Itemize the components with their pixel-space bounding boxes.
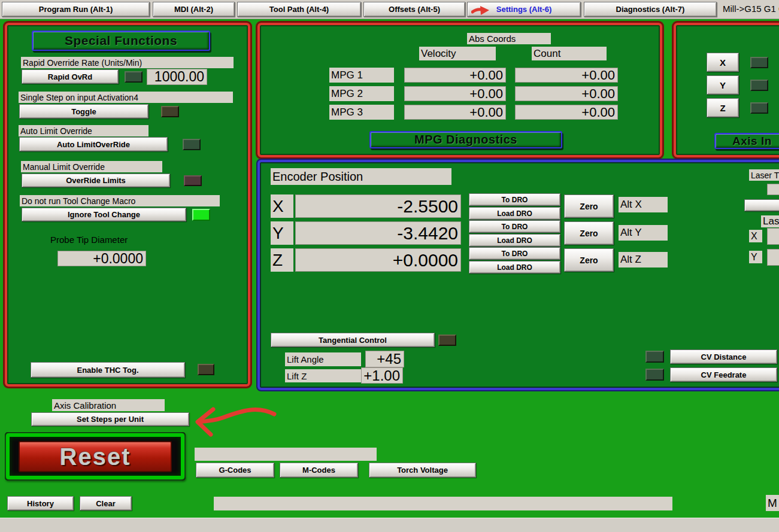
red-arrow-icon bbox=[471, 5, 490, 16]
laser-trigger-field[interactable] bbox=[767, 184, 779, 195]
probe-tip-diameter-label: Probe Tip Diameter bbox=[50, 235, 128, 245]
axis-inhibit-panel: X Y Z Axis In bbox=[674, 23, 779, 157]
auto-limit-override-button[interactable]: Auto LimitOverRide bbox=[19, 137, 168, 151]
toggle-button[interactable]: Toggle bbox=[19, 104, 148, 118]
status-message-bar bbox=[214, 497, 672, 510]
abs-coords-label: Abs Coords bbox=[467, 33, 551, 44]
z-load-dro-button[interactable]: Load DRO bbox=[469, 261, 560, 273]
cv-feedrate-button[interactable]: CV Feedrate bbox=[670, 367, 777, 382]
enable-thc-button[interactable]: Enable THC Tog. bbox=[31, 362, 185, 378]
tab-program-run[interactable]: Program Run (Alt-1) bbox=[2, 2, 150, 17]
tangential-control-led bbox=[438, 335, 456, 346]
tangential-control-button[interactable]: Tangential Control bbox=[271, 333, 435, 347]
ignore-tool-change-led bbox=[192, 209, 210, 221]
modal-state-text: Mill->G15 G1 G bbox=[723, 4, 779, 14]
bottom-chrome-strip bbox=[0, 518, 779, 532]
rapid-ovrd-led bbox=[125, 71, 143, 83]
cv-feedrate-led bbox=[645, 369, 664, 381]
tool-change-macro-label: Do not run Tool Change Macro bbox=[20, 195, 220, 206]
mpg2-velocity-dro: +0.00 bbox=[404, 86, 506, 101]
axis-inhibit-x-button[interactable]: X bbox=[707, 53, 739, 72]
rapid-rate-dro[interactable]: 1000.00 bbox=[147, 69, 207, 85]
tab-settings[interactable]: Settings (Alt-6) bbox=[467, 2, 581, 17]
tab-diagnostics[interactable]: Diagnostics (Alt-7) bbox=[584, 2, 717, 17]
reset-button[interactable]: Reset bbox=[19, 441, 172, 472]
ignore-tool-change-button[interactable]: Ignore Tool Change bbox=[22, 208, 186, 221]
lift-angle-label: Lift Angle bbox=[285, 352, 361, 366]
lift-z-label: Lift Z bbox=[285, 369, 361, 382]
override-limits-button[interactable]: OverRide Limits bbox=[22, 174, 170, 187]
axis-inhibit-y-button[interactable]: Y bbox=[707, 75, 739, 95]
x-to-dro-button[interactable]: To DRO bbox=[469, 193, 560, 206]
mpg3-count-dro: +0.00 bbox=[515, 105, 618, 120]
hand-drawn-arrow-icon bbox=[192, 401, 278, 438]
special-functions-panel: Special Functions Rapid Override Rate (U… bbox=[5, 23, 250, 387]
x-zero-button[interactable]: Zero bbox=[564, 194, 614, 218]
mpg1-velocity-dro: +0.00 bbox=[404, 68, 506, 83]
tab-tool-path[interactable]: Tool Path (Alt-4) bbox=[237, 2, 361, 17]
encoder-y-axis-label: Y bbox=[271, 221, 293, 245]
mpg1-count-dro: +0.00 bbox=[515, 68, 618, 83]
mcodes-button[interactable]: M-Codes bbox=[280, 463, 358, 478]
mpg2-label: MPG 2 bbox=[329, 86, 394, 101]
set-steps-per-unit-button[interactable]: Set Steps per Unit bbox=[31, 412, 189, 426]
tab-mdi[interactable]: MDI (Alt-2) bbox=[153, 2, 235, 17]
laser-grid-label: Las bbox=[761, 215, 779, 227]
encoder-x-axis-label: X bbox=[271, 194, 293, 218]
lift-angle-dro[interactable]: +45 bbox=[365, 351, 404, 367]
mpg1-label: MPG 1 bbox=[329, 68, 394, 83]
axis-inhibit-y-led bbox=[750, 80, 768, 91]
rapid-override-rate-label: Rapid Override Rate (Units/Min) bbox=[21, 57, 234, 68]
tab-offsets[interactable]: Offsets (Alt-5) bbox=[363, 2, 465, 17]
probe-tip-diameter-dro[interactable]: +0.0000 bbox=[57, 251, 146, 266]
laser-y-label: Y bbox=[749, 251, 762, 263]
encoder-z-dro[interactable]: +0.0000 bbox=[295, 248, 461, 272]
axis-calibration-label: Axis Calibration bbox=[52, 399, 165, 411]
cv-distance-button[interactable]: CV Distance bbox=[670, 349, 777, 364]
mpg-diagnostics-title: MPG Diagnostics bbox=[369, 131, 562, 148]
tab-label: MDI (Alt-2) bbox=[174, 5, 213, 14]
y-zero-button[interactable]: Zero bbox=[564, 221, 614, 245]
cv-distance-led bbox=[645, 351, 664, 363]
torch-voltage-button[interactable]: Torch Voltage bbox=[369, 463, 476, 478]
axis-inhibit-z-button[interactable]: Z bbox=[707, 98, 739, 117]
lift-z-dro[interactable]: +1.00 bbox=[361, 367, 403, 384]
axis-inhibit-title: Axis In bbox=[714, 133, 779, 149]
y-load-dro-button[interactable]: Load DRO bbox=[469, 234, 560, 247]
z-zero-button[interactable]: Zero bbox=[564, 248, 614, 272]
tab-label: Diagnostics (Alt-7) bbox=[616, 5, 685, 14]
tab-label: Program Run (Alt-1) bbox=[39, 5, 113, 14]
laser-y-field[interactable] bbox=[767, 249, 779, 266]
blank-readout-bar bbox=[195, 448, 377, 461]
encoder-y-dro[interactable]: -3.4420 bbox=[295, 221, 461, 245]
laser-x-field[interactable] bbox=[767, 228, 779, 245]
tab-label: Offsets (Alt-5) bbox=[389, 5, 440, 14]
rapid-ovrd-button[interactable]: Rapid OvRd bbox=[22, 69, 119, 84]
encoder-x-dro[interactable]: -2.5500 bbox=[295, 194, 461, 218]
y-to-dro-button[interactable]: To DRO bbox=[469, 220, 560, 233]
z-to-dro-button[interactable]: To DRO bbox=[469, 247, 560, 260]
encoder-position-header: Encoder Position bbox=[271, 168, 451, 185]
tab-label: Tool Path (Alt-4) bbox=[269, 5, 329, 14]
mpg2-count-dro: +0.00 bbox=[515, 86, 618, 101]
laser-x-label: X bbox=[749, 230, 762, 242]
encoder-position-panel: Encoder Position X -2.5500 To DRO Load D… bbox=[257, 160, 779, 390]
axis-inhibit-z-led bbox=[750, 102, 768, 114]
alt-x-label: Alt X bbox=[619, 197, 668, 212]
auto-limit-override-label: Auto Limit Override bbox=[19, 125, 148, 136]
mpg-diagnostics-panel: Abs Coords Velocity Count MPG 1 +0.00 +0… bbox=[257, 23, 662, 157]
alt-z-label: Alt Z bbox=[619, 252, 668, 267]
override-limits-led bbox=[184, 175, 202, 186]
mpg3-label: MPG 3 bbox=[329, 105, 394, 120]
encoder-z-axis-label: Z bbox=[271, 248, 293, 272]
gcodes-button[interactable]: G-Codes bbox=[196, 463, 274, 478]
axis-inhibit-x-led bbox=[750, 57, 768, 68]
clear-button[interactable]: Clear bbox=[80, 496, 132, 510]
x-load-dro-button[interactable]: Load DRO bbox=[469, 207, 560, 220]
laser-wide-button[interactable] bbox=[744, 199, 779, 211]
manual-limit-override-label: Manual Limit Override bbox=[21, 161, 162, 172]
history-button[interactable]: History bbox=[7, 496, 74, 510]
laser-trigger-label: Laser T bbox=[749, 169, 779, 181]
auto-limit-led bbox=[183, 139, 201, 150]
mach3-settings-screen: Program Run (Alt-1) MDI (Alt-2) Tool Pat… bbox=[0, 0, 779, 532]
